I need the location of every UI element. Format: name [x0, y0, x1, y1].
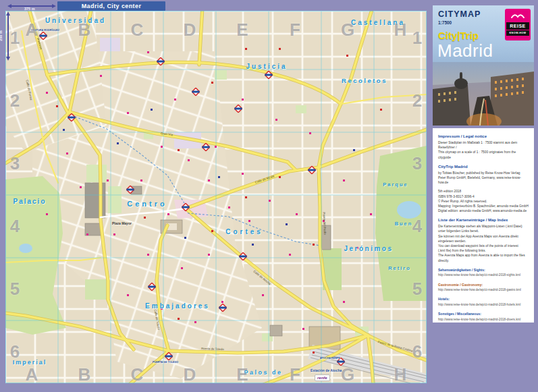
grid-col-label: D	[184, 364, 196, 384]
grid-row-label: 4	[10, 216, 20, 237]
digital-edition-credit: Digital edition: amundo media GmbH, www.…	[438, 208, 529, 213]
map-index-text: The Avenza Maps app from Avenza is able …	[438, 253, 529, 262]
grid-col-label: A	[26, 364, 38, 384]
map-scale-ratio: 1:7500	[438, 20, 452, 25]
gastronomy-url[interactable]: http://www.reise-know-how.de/wp/ct-madri…	[438, 287, 529, 292]
map-panel: Universidad Justicia Castellana Recoleto…	[5, 11, 427, 383]
publisher-line-2: Peter Rump GmbH, Bielefeld, Germany, www…	[438, 175, 529, 185]
logo-text-know-how: KNOW-HOW	[506, 30, 529, 36]
gastronomy-label: Gastronomie / Gastronomy:	[438, 283, 529, 288]
park-label: Parque	[383, 181, 408, 188]
grid-col-label: B	[78, 364, 91, 384]
place-label-plaza-mayor: Plaza Mayor	[112, 221, 132, 225]
sights-label: Sehenswürdigkeiten / Sights:	[438, 268, 529, 273]
grid-row-label: 1	[10, 28, 20, 49]
series-logo-citytrip: City|Trip	[438, 30, 479, 41]
district-label: Palacio	[13, 198, 46, 205]
map-index-text: (.kml file) from the following links.	[438, 248, 529, 253]
district-label: Universidad	[45, 17, 106, 24]
misc-url[interactable]: http://www.reise-know-how.de/wp/ct-madri…	[438, 317, 529, 322]
renfe-logo: renfe	[315, 374, 330, 381]
grid-row-label: 5	[10, 279, 20, 300]
bird-icon	[506, 10, 529, 21]
scale-label-horizontal: 375 m	[24, 7, 35, 11]
grid-row-label: 2	[412, 90, 422, 111]
district-label: Recoletos	[342, 77, 387, 84]
citymap-page: Universidad Justicia Castellana Recoleto…	[0, 0, 538, 392]
grid-col-label: C	[131, 364, 144, 384]
logo-text-reise: REISE	[506, 22, 529, 30]
grid-col-label: A	[26, 20, 38, 40]
isbn: ISBN 978-3-8317-3096-4	[438, 194, 529, 199]
grid-row-label: 4	[412, 216, 422, 237]
publisher-line-1: by Tobias Büscher, published by Reise Kn…	[438, 171, 529, 175]
edition: 5th edition 2018	[438, 189, 529, 194]
park-label: Buen	[395, 221, 413, 227]
kml-link-hotels: Hotels: http://www.reise-know-how.de/wp/…	[438, 297, 529, 307]
metro-station-label: Puerta de Toledo	[153, 361, 178, 364]
grid-row-label: 6	[412, 341, 422, 362]
hotels-label: Hotels:	[438, 297, 529, 302]
map-canvas	[5, 11, 427, 383]
district-label: Palos de	[244, 369, 282, 376]
grid-col-label: D	[184, 20, 196, 40]
grid-col-label: H	[394, 20, 407, 40]
district-label: Centro	[127, 200, 167, 208]
grid-col-label: E	[236, 20, 248, 40]
hotels-url[interactable]: http://www.reise-know-how.de/wp/ct-madri…	[438, 302, 529, 307]
legal-info-card: Impressum / Legal notice Dieser Stadtpla…	[433, 128, 534, 323]
citymap-kicker: CITYMAP	[438, 9, 481, 19]
kml-link-sights: Sehenswürdigkeiten / Sights: http://www.…	[438, 268, 529, 278]
impressum-heading: Impressum / Legal notice	[438, 134, 529, 138]
grid-col-label: E	[236, 364, 248, 384]
impressum-text-en: This citymap on a scale of 1 : 7500 orig…	[438, 150, 529, 159]
grid-row-label: 3	[412, 153, 422, 174]
district-label: Justicia	[246, 63, 287, 70]
map-index-text: Die Karteneinträge stehen als Waypoint-L…	[438, 224, 529, 229]
city-title: Madrid	[437, 40, 493, 61]
sidebar-title-card: CITYMAP 1:7500 City|Trip Madrid REISE KN…	[433, 5, 534, 62]
grid-row-label: 1	[412, 28, 422, 49]
grid-col-label: G	[341, 20, 354, 40]
map-index-text: unter folgenden Links bereit.	[438, 229, 529, 233]
kml-link-gastronomy: Gastronomie / Gastronomy: http://www.rei…	[438, 283, 529, 293]
district-label: Jerónimos	[344, 245, 393, 252]
park-label: Retiro	[388, 265, 411, 271]
grid-row-label: 2	[10, 90, 20, 111]
grid-col-label: B	[78, 20, 91, 40]
copyright: © Peter Rump. All rights reserved.	[438, 199, 529, 204]
grid-col-label: F	[290, 364, 300, 384]
grid-row-label: 3	[10, 153, 20, 174]
citytrip-heading: CityTrip Madrid	[438, 165, 529, 169]
grid-col-label: F	[290, 20, 300, 40]
mapping-credit: Mapping: Ingenieurbüro B. Spachmüller, a…	[438, 204, 529, 208]
kml-link-misc: Sonstiges / Miscellaneous: http://www.re…	[438, 312, 529, 322]
grid-col-label: H	[394, 364, 407, 384]
map-index-heading: Liste der Karteneinträge / Map Index	[438, 218, 529, 222]
cover-photo-gran-via	[433, 62, 534, 125]
place-label-atocha: Estación de Atocha	[311, 368, 342, 372]
impressum-text-de: Dieser Stadtplan im Maßstab 1 : 7500 sta…	[438, 140, 529, 150]
misc-label: Sonstiges / Miscellaneous:	[438, 312, 529, 317]
reise-know-how-logo: REISE KNOW-HOW	[505, 9, 531, 40]
grid-col-label: G	[341, 364, 354, 384]
map-index-text: You can download waypoint lists of the p…	[438, 244, 529, 248]
scale-label-vertical: 250 m	[0, 30, 3, 41]
map-index-text: Sie können mit der App Avenza Maps von A…	[438, 234, 529, 244]
grid-row-label: 6	[10, 341, 20, 362]
map-title-bar: Madrid, City center	[57, 1, 165, 11]
district-label: Embajadores	[145, 302, 210, 310]
sights-url[interactable]: http://www.reise-know-how.de/wp/ct-madri…	[438, 273, 529, 277]
grid-col-label: C	[131, 20, 144, 40]
district-label: Cortes	[225, 228, 263, 235]
grid-row-label: 5	[412, 279, 422, 300]
metro-station-label: Atocha Renfe	[320, 357, 340, 360]
